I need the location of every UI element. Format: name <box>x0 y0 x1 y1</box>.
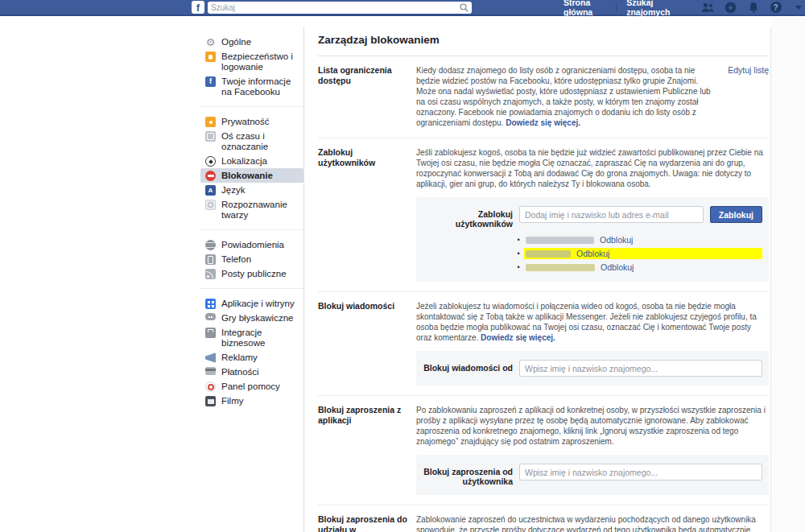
rss-icon <box>205 269 216 279</box>
unblock-link[interactable]: Odblokuj <box>601 262 634 272</box>
section-description: Kiedy dodasz znajomego do listy osób z o… <box>416 65 719 128</box>
block-user-input[interactable] <box>519 206 704 223</box>
top-navigation-bar: f Strona główna Szukaj znajomych <box>0 0 805 16</box>
nav-home-link[interactable]: Strona główna <box>554 0 616 14</box>
sidebar-item-prywatnosc[interactable]: Prywatność <box>200 114 303 129</box>
section-label: Blokuj zaproszenia z aplikacji <box>318 405 416 495</box>
sidebar-item-telefon[interactable]: Telefon <box>200 252 303 266</box>
sidebar-item-integracje[interactable]: Integracje biznesowe <box>200 325 303 350</box>
sidebar-item-label: Lokalizacja <box>221 155 267 167</box>
sidebar-item-reklamy[interactable]: Reklamy <box>200 350 303 365</box>
section-label: Blokuj wiadomości <box>318 301 416 386</box>
section-label: Lista ograniczenia dostępu <box>318 65 416 128</box>
sidebar-item-label: Prywatność <box>221 116 269 127</box>
page-title: Zarządzaj blokowaniem <box>318 27 769 56</box>
search-input[interactable] <box>211 3 460 12</box>
sidebar-item-label: Panel pomocy <box>221 381 280 392</box>
notifications-icon[interactable] <box>746 1 760 14</box>
sidebar-item-label: Język <box>221 184 245 196</box>
sidebar-item-jezyk[interactable]: Język <box>200 183 303 197</box>
briefcase-icon <box>205 328 216 338</box>
sidebar-item-bezpieczenstwo[interactable]: Bezpieczeństwo i logowanie <box>200 49 303 74</box>
sidebar-item-label: Ogólne <box>221 36 251 47</box>
block-messages-input[interactable] <box>519 360 762 377</box>
section-block-event-invites: Blokuj zaproszenia do udziału w wydarzen… <box>318 505 769 532</box>
friend-requests-icon[interactable] <box>701 1 715 14</box>
sidebar-item-label: Powiadomienia <box>221 239 284 250</box>
sidebar-item-label: Płatności <box>221 366 259 377</box>
nav-find-friends-link[interactable]: Szukaj znajomych <box>617 0 690 14</box>
form-label: Blokuj wiadomości od <box>423 360 513 373</box>
sidebar-item-lokalizacja[interactable]: Lokalizacja <box>200 154 303 168</box>
globe-icon <box>205 240 216 250</box>
sidebar-item-label: Twoje informacje na Facebooku <box>221 76 300 97</box>
shield-icon <box>205 52 216 62</box>
sidebar-item-ogolne[interactable]: Ogólne <box>200 35 303 49</box>
sidebar-item-label: Rozpoznawanie twarzy <box>221 199 300 221</box>
blocked-user-row: • Odblokuj <box>513 262 762 273</box>
sidebar-item-panel-pomocy[interactable]: Panel pomocy <box>200 379 303 394</box>
sidebar-item-label: Filmy <box>221 395 243 406</box>
sidebar-item-aplikacje[interactable]: Aplikacje i witryny <box>200 296 303 311</box>
section-description: Jeśli zablokujesz kogoś, osoba ta nie bę… <box>416 147 769 189</box>
bullet: • <box>513 236 524 244</box>
sidebar-item-label: Integracje biznesowe <box>221 327 300 348</box>
section-restricted-list: Lista ograniczenia dostępu Kiedy dodasz … <box>318 56 769 138</box>
sidebar-item-posty-publiczne[interactable]: Posty publiczne <box>200 266 303 281</box>
messenger-icon[interactable] <box>724 1 737 14</box>
learn-more-link[interactable]: Dowiedz się więcej. <box>481 333 555 342</box>
bullet: • <box>513 250 524 258</box>
blocked-user-row: • Odblokuj <box>513 234 762 245</box>
search-highlight: Odblokuj <box>524 248 762 259</box>
search-box[interactable] <box>208 2 472 14</box>
timeline-icon <box>205 131 216 142</box>
facebook-logo[interactable]: f <box>192 1 204 14</box>
bullet: • <box>513 263 524 271</box>
help-icon[interactable] <box>769 1 782 14</box>
sidebar-item-twoje-informacje[interactable]: Twoje informacje na Facebooku <box>200 74 303 99</box>
settings-sidebar: Ogólne Bezpieczeństwo i logowanie Twoje … <box>200 31 303 415</box>
unblock-link[interactable]: Odblokuj <box>600 235 633 245</box>
sidebar-item-os-czasu[interactable]: Oś czasu i oznaczanie <box>200 129 303 154</box>
sidebar-item-label: Reklamy <box>221 352 258 363</box>
face-recognition-icon <box>205 200 216 210</box>
blocked-user-name-redacted <box>526 264 595 271</box>
blocked-user-name-redacted <box>526 237 594 244</box>
sidebar-item-powiadomienia[interactable]: Powiadomienia <box>200 237 303 252</box>
film-icon <box>205 396 216 406</box>
sidebar-item-blokowanie[interactable]: Blokowanie <box>200 168 303 183</box>
sidebar-item-platnosci[interactable]: Płatności <box>200 365 303 379</box>
sidebar-item-label: Gry błyskawiczne <box>221 312 293 324</box>
megaphone-icon <box>205 353 216 363</box>
sidebar-item-label: Bezpieczeństwo i logowanie <box>221 51 300 72</box>
account-caret-down-icon[interactable] <box>791 1 805 14</box>
sidebar-item-rozpoznawanie[interactable]: Rozpoznawanie twarzy <box>200 197 303 222</box>
sidebar-item-label: Blokowanie <box>221 170 273 181</box>
unblock-link[interactable]: Odblokuj <box>576 249 609 258</box>
blocked-user-row-highlighted: • Odblokuj <box>513 248 762 259</box>
sidebar-item-filmy[interactable]: Filmy <box>200 394 303 408</box>
block-button[interactable]: Zablokuj <box>710 206 762 223</box>
section-label: Zablokuj użytkowników <box>318 147 416 282</box>
top-nav-links: Strona główna Szukaj znajomych <box>554 0 690 14</box>
edit-list-link[interactable]: Edytuj listę <box>728 65 769 75</box>
block-app-invites-input[interactable] <box>519 464 762 480</box>
learn-more-link[interactable]: Dowiedz się więcej. <box>506 118 580 127</box>
sidebar-item-label: Posty publiczne <box>221 268 287 279</box>
section-block-messages: Blokuj wiadomości Jeżeli zablokujesz tu … <box>318 292 769 396</box>
apps-icon <box>205 299 216 309</box>
sidebar-item-label: Aplikacje i witryny <box>221 298 295 309</box>
search-icon[interactable] <box>460 3 469 12</box>
form-label: Blokuj zaproszenia od użytkownika <box>423 464 513 486</box>
section-block-app-invites: Blokuj zaproszenia z aplikacji Po zablok… <box>318 396 769 505</box>
top-icon-group <box>701 1 805 14</box>
gear-icon <box>205 37 216 47</box>
phone-icon <box>205 254 216 265</box>
form-label: Zablokuj użytkowników <box>423 206 513 229</box>
blocked-users-list: • Odblokuj • Odblokuj <box>513 234 762 273</box>
section-description: Zablokowanie zaproszeń do uczestnictwa w… <box>416 514 769 532</box>
location-icon <box>205 156 216 167</box>
sidebar-item-gry[interactable]: Gry błyskawiczne <box>200 311 303 325</box>
language-icon <box>205 185 216 196</box>
section-description: Jeżeli zablokujesz tu wiadomości i połąc… <box>416 301 769 343</box>
